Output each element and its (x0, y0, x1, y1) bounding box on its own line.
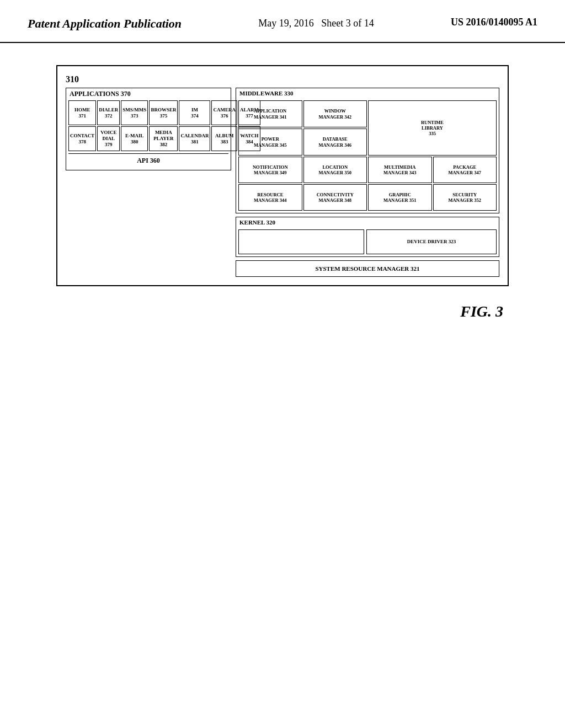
mw-window-manager: WINDOWMANAGER 342 (303, 100, 367, 127)
header-patent-number: US 2016/0140095 A1 (451, 17, 537, 28)
middleware-label: MIDDLEWARE 330 (239, 90, 293, 97)
apps-col-2: DIALER372 VOICE DIAL379 (97, 100, 120, 151)
app-email: E-MAIL380 (121, 126, 148, 151)
kernel-inner: DEVICE DRIVER 323 (238, 229, 497, 254)
middleware-box: MIDDLEWARE 330 APPLICATIONMANAGER 341 WI… (236, 88, 499, 213)
mw-graphic-manager: GRAPHICMANAGER 351 (368, 184, 432, 211)
kernel-label: KERNEL 320 (239, 219, 275, 226)
applications-label: APPLICATIONS 370 (70, 90, 131, 98)
diagram-body: APPLICATIONS 370 HOME371 CONTACT378 DIAL… (66, 88, 499, 277)
applications-grid: HOME371 CONTACT378 DIALER372 VOICE DIAL3… (68, 100, 228, 151)
app-home: HOME371 (68, 100, 96, 125)
header-sheet: Sheet 3 of 14 (321, 18, 374, 29)
mw-notification-manager: NOTIFICATIONMANAGER 349 (238, 157, 302, 183)
app-album: ALBUM383 (211, 126, 237, 151)
mw-security-manager: SECURITYMANAGER 352 (433, 184, 497, 211)
mw-resource-manager: RESOURCEMANAGER 344 (238, 184, 302, 211)
page-header: Patent Application Publication May 19, 2… (0, 0, 565, 43)
kernel-box: KERNEL 320 DEVICE DRIVER 323 (236, 217, 499, 257)
app-browser: BROWSER375 (149, 100, 178, 125)
apps-col-4: BROWSER375 MEDIA PLAYER382 (149, 100, 178, 151)
apps-col-6: CAMERA376 ALBUM383 (211, 100, 237, 151)
api-label: API 360 (68, 153, 228, 168)
app-media-player: MEDIA PLAYER382 (149, 126, 178, 151)
app-contact: CONTACT378 (68, 126, 96, 151)
apps-col-1: HOME371 CONTACT378 (68, 100, 96, 151)
kernel-empty-cell (238, 229, 364, 254)
right-column: MIDDLEWARE 330 APPLICATIONMANAGER 341 WI… (236, 88, 499, 277)
diagram-container: 310 APPLICATIONS 370 HOME371 CONTACT378 … (56, 65, 509, 286)
mw-power-manager: POWERMANAGER 345 (238, 129, 302, 156)
header-center-info: May 19, 2016 Sheet 3 of 14 (258, 17, 374, 30)
page-content: 310 APPLICATIONS 370 HOME371 CONTACT378 … (0, 43, 565, 342)
apps-col-5: IM374 CALENDAR381 (179, 100, 210, 151)
mw-database-manager: DATABASEMANAGER 346 (303, 129, 367, 156)
app-dialer: DIALER372 (97, 100, 120, 125)
diagram-outer-label: 310 (66, 74, 499, 84)
mw-connectivity-manager: CONNECTIVITYMANAGER 348 (303, 184, 367, 211)
applications-column: APPLICATIONS 370 HOME371 CONTACT378 DIAL… (66, 88, 231, 277)
mw-location-manager: LOCATIONMANAGER 350 (303, 157, 367, 183)
kernel-device-driver: DEVICE DRIVER 323 (366, 229, 497, 254)
middleware-grid: APPLICATIONMANAGER 341 WINDOWMANAGER 342… (238, 100, 497, 211)
mw-multimedia-manager: MULTIMEDIAMANAGER 343 (368, 157, 432, 183)
mw-runtime-library: RUNTIMELIBRARY335 (368, 100, 497, 156)
app-camera: CAMERA376 (211, 100, 237, 125)
mw-application-manager: APPLICATIONMANAGER 341 (238, 100, 302, 127)
header-publication-title: Patent Application Publication (28, 17, 182, 31)
app-voice-dial: VOICE DIAL379 (97, 126, 120, 151)
app-sms: SMS/MMS373 (121, 100, 148, 125)
app-im: IM374 (179, 100, 210, 125)
header-date: May 19, 2016 (258, 18, 314, 29)
applications-box: APPLICATIONS 370 HOME371 CONTACT378 DIAL… (66, 88, 231, 170)
app-calendar: CALENDAR381 (179, 126, 210, 151)
system-resource-manager: SYSTEM RESOURCE MANAGER 321 (236, 260, 499, 277)
apps-col-3: SMS/MMS373 E-MAIL380 (121, 100, 148, 151)
mw-package-manager: PACKAGEMANAGER 347 (433, 157, 497, 183)
figure-label: FIG. 3 (56, 303, 509, 320)
